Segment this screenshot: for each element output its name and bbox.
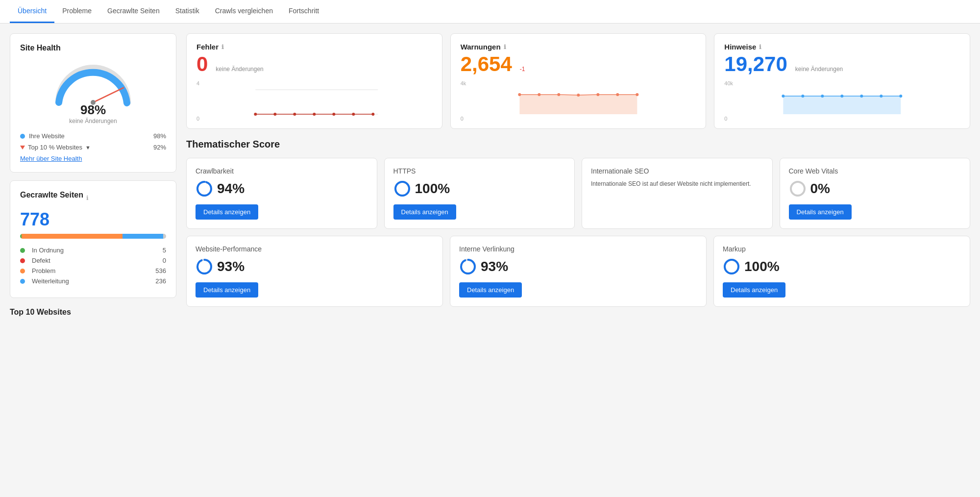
- interne-verlinkung-circle: [459, 258, 477, 275]
- fehler-chart-svg: [196, 87, 432, 117]
- core-web-vitals-value-row: 0%: [789, 180, 961, 198]
- https-percent: 100%: [415, 181, 450, 197]
- svg-point-33: [197, 260, 211, 273]
- label-defekt: Defekt: [32, 257, 50, 264]
- pb-blue: [122, 234, 163, 239]
- warnungen-card: Warnungen ℹ 2,654 -1 4k: [450, 33, 707, 129]
- score-card-https: HTTPS 100% Details anzeigen: [384, 158, 575, 229]
- svg-point-20: [782, 95, 785, 98]
- svg-point-18: [636, 93, 638, 96]
- fehler-chart-bot: 0: [196, 116, 199, 122]
- fehler-change: keine Änderungen: [216, 66, 263, 73]
- right-column: Fehler ℹ 0 keine Änderungen 4: [186, 33, 970, 319]
- score-card-markup: Markup 100% Details anzeigen: [713, 236, 970, 307]
- more-site-health-link[interactable]: Mehr über Site Health: [20, 155, 166, 162]
- svg-point-28: [197, 182, 211, 196]
- score-grid-row2: Website-Performance 93% Details anzeigen…: [186, 236, 970, 307]
- warnungen-change: -1: [520, 66, 525, 73]
- gauge-svg: [49, 58, 137, 107]
- gecrawlte-seiten-card: Gecrawlte Seiten ℹ 778 In Ordnung 5: [10, 180, 176, 298]
- hinweise-chart-bot: 0: [724, 116, 727, 122]
- dot-in-ordnung: [20, 248, 25, 253]
- nav-bar: Übersicht Probleme Gecrawlte Seiten Stat…: [0, 0, 980, 24]
- https-value-row: 100%: [393, 180, 566, 198]
- svg-point-35: [461, 260, 475, 273]
- legend-item-website: Ihre Website 98%: [20, 132, 166, 140]
- score-grid-row1: Crawlbarkeit 94% Details anzeigen HTTPS: [186, 158, 970, 229]
- svg-point-10: [371, 113, 374, 116]
- stat-row-defekt: Defekt 0: [20, 257, 166, 264]
- crawlbarkeit-details-btn[interactable]: Details anzeigen: [196, 204, 258, 220]
- markup-value-row: 100%: [723, 258, 961, 275]
- site-health-title: Site Health: [20, 44, 166, 52]
- svg-point-30: [395, 182, 409, 196]
- stat-row-weiterleitung: Weiterleitung 236: [20, 277, 166, 285]
- value-defekt: 0: [163, 257, 166, 264]
- hinweise-info-icon[interactable]: ℹ: [759, 44, 761, 50]
- interne-verlinkung-details-btn[interactable]: Details anzeigen: [459, 282, 522, 298]
- warnungen-title: Warnungen ℹ: [461, 43, 696, 51]
- svg-point-37: [725, 260, 738, 273]
- main-content: Site Health 98% keine Änderungen: [0, 24, 980, 328]
- hinweise-num-row: 19,270 keine Änderungen: [724, 53, 960, 75]
- markup-circle: [723, 258, 740, 275]
- hinweise-chart: 40k 0: [724, 80, 960, 120]
- hinweise-change: keine Änderungen: [795, 66, 843, 73]
- warnungen-chart-svg: [461, 87, 696, 117]
- hinweise-card: Hinweise ℹ 19,270 keine Änderungen 40k: [714, 33, 970, 129]
- gauge-container: 98% keine Änderungen: [20, 58, 166, 124]
- navigation: Übersicht Probleme Gecrawlte Seiten Stat…: [0, 0, 980, 24]
- nav-item-fortschritt[interactable]: Fortschritt: [281, 0, 327, 23]
- pb-gray: [163, 234, 166, 239]
- warnungen-info-icon[interactable]: ℹ: [504, 44, 506, 50]
- core-web-vitals-percent: 0%: [810, 181, 830, 197]
- score-card-interne-verlinkung: Interne Verlinkung 93% Details anzeigen: [450, 236, 707, 307]
- top10-websites-label: Top 10 Websites: [10, 308, 71, 316]
- nav-item-statistik[interactable]: Statistik: [168, 0, 207, 23]
- nav-item-gecrawlte-seiten[interactable]: Gecrawlte Seiten: [99, 0, 168, 23]
- label-weiterleitung: Weiterleitung: [32, 277, 69, 285]
- fehler-chart-top: 4: [196, 80, 199, 86]
- legend-website-value: 98%: [153, 132, 166, 140]
- svg-line-0: [93, 88, 123, 102]
- top10-websites-label-container: Top 10 Websites: [10, 306, 176, 319]
- fehler-title-text: Fehler: [196, 43, 219, 51]
- fehler-card: Fehler ℹ 0 keine Änderungen 4: [186, 33, 442, 129]
- gecrawlte-title: Gecrawlte Seiten: [20, 191, 83, 199]
- svg-point-17: [616, 93, 619, 96]
- core-web-vitals-circle: [789, 180, 807, 198]
- https-details-btn[interactable]: Details anzeigen: [393, 204, 456, 220]
- interne-verlinkung-value-row: 93%: [459, 258, 697, 275]
- dot-problem: [20, 269, 25, 273]
- thematischer-score-title: Thematischer Score: [186, 139, 970, 150]
- gauge-percent: 98%: [69, 102, 117, 118]
- pb-orange: [22, 234, 122, 239]
- svg-point-14: [557, 93, 560, 96]
- value-problem: 536: [155, 267, 166, 274]
- nav-item-probleme[interactable]: Probleme: [54, 0, 99, 23]
- svg-marker-19: [784, 96, 901, 114]
- hinweise-chart-top: 40k: [724, 80, 733, 86]
- score-card-int-seo: Internationale SEO Internationale SEO is…: [582, 158, 773, 229]
- core-web-vitals-details-btn[interactable]: Details anzeigen: [789, 204, 852, 220]
- markup-details-btn[interactable]: Details anzeigen: [723, 282, 785, 298]
- hinweise-title-text: Hinweise: [724, 43, 756, 51]
- value-weiterleitung: 236: [155, 277, 166, 285]
- int-seo-title: Internationale SEO: [591, 167, 763, 175]
- svg-point-13: [538, 93, 540, 96]
- nav-item-crawls-vergleichen[interactable]: Crawls vergleichen: [207, 0, 281, 23]
- svg-point-24: [860, 95, 863, 98]
- left-column: Site Health 98% keine Änderungen: [10, 33, 176, 319]
- website-performance-details-btn[interactable]: Details anzeigen: [196, 282, 258, 298]
- svg-marker-11: [519, 95, 637, 114]
- warnungen-chart-top: 4k: [461, 80, 466, 86]
- dot-defekt: [20, 258, 25, 263]
- label-in-ordnung: In Ordnung: [32, 247, 64, 254]
- gecrawlte-info-icon[interactable]: ℹ: [86, 195, 89, 201]
- chevron-down-icon[interactable]: ▼: [85, 145, 91, 150]
- nav-item-ubersicht[interactable]: Übersicht: [10, 0, 54, 23]
- fehler-info-icon[interactable]: ℹ: [221, 44, 224, 50]
- svg-point-21: [802, 95, 805, 98]
- score-card-crawlbarkeit: Crawlbarkeit 94% Details anzeigen: [186, 158, 377, 229]
- int-seo-note: Internationale SEO ist auf dieser Websit…: [591, 180, 763, 188]
